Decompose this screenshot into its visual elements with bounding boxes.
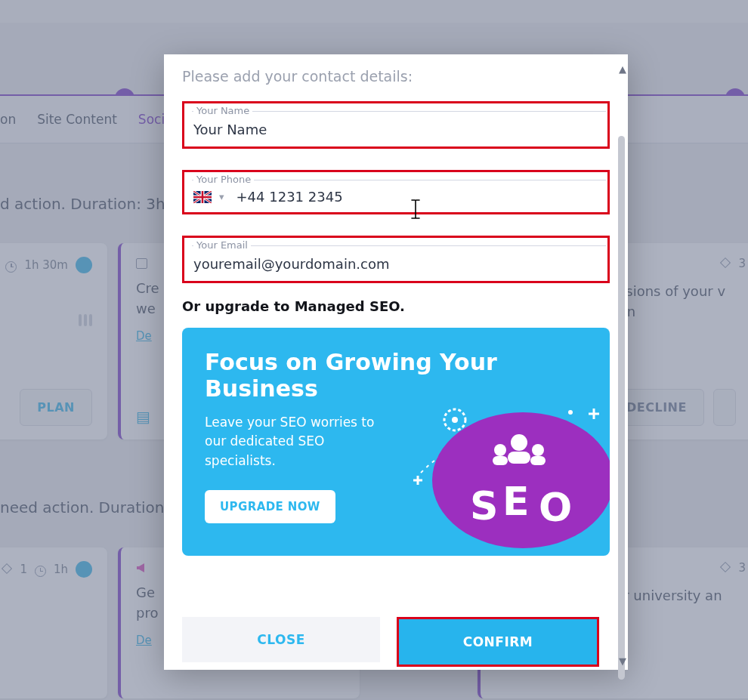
scrollbar-thumb[interactable] — [618, 136, 625, 680]
svg-text:E: E — [502, 479, 530, 524]
phone-label: Your Phone — [193, 174, 254, 185]
email-input[interactable] — [193, 245, 598, 279]
svg-text:S: S — [470, 483, 499, 529]
svg-rect-5 — [493, 456, 508, 465]
upgrade-lead: Or upgrade to Managed SEO. — [182, 298, 610, 314]
confirm-button-highlight: CONFIRM — [397, 617, 599, 667]
scroll-down-icon[interactable]: ▼ — [619, 655, 626, 667]
promo-art: S E O — [391, 367, 610, 556]
uk-flag-icon[interactable] — [193, 191, 212, 203]
email-fieldset: Your Email — [184, 238, 607, 281]
name-label: Your Name — [193, 105, 252, 116]
promo-body: Leave your SEO worries to our dedicated … — [205, 413, 379, 471]
confirm-button[interactable]: CONFIRM — [399, 619, 597, 665]
name-field-highlight: Your Name — [182, 101, 610, 149]
promo-panel: Focus on Growing Your Business Leave you… — [182, 328, 610, 556]
svg-rect-7 — [530, 456, 546, 465]
svg-point-6 — [532, 444, 544, 456]
svg-point-13 — [568, 410, 573, 415]
close-button[interactable]: CLOSE — [182, 617, 380, 662]
chevron-down-icon[interactable]: ▾ — [219, 191, 224, 202]
modal-title: Please add your contact details: — [182, 68, 610, 85]
phone-field-highlight: Your Phone ▾ — [182, 170, 610, 214]
svg-point-4 — [494, 444, 506, 456]
modal-body: Please add your contact details: Your Na… — [164, 54, 628, 617]
svg-text:O: O — [539, 485, 572, 530]
name-fieldset: Your Name — [184, 103, 607, 146]
text-cursor-icon — [410, 199, 422, 224]
svg-point-2 — [511, 434, 527, 451]
svg-rect-3 — [508, 452, 530, 464]
contact-details-modal: Please add your contact details: Your Na… — [164, 54, 628, 670]
email-label: Your Email — [193, 239, 251, 251]
modal-footer: CLOSE CONFIRM — [164, 617, 617, 670]
name-input[interactable] — [193, 111, 598, 145]
phone-fieldset: Your Phone ▾ — [184, 172, 607, 212]
scroll-up-icon[interactable]: ▲ — [619, 63, 626, 75]
upgrade-now-button[interactable]: UPGRADE NOW — [205, 490, 335, 523]
svg-point-12 — [452, 417, 458, 423]
email-field-highlight: Your Email — [182, 236, 610, 283]
